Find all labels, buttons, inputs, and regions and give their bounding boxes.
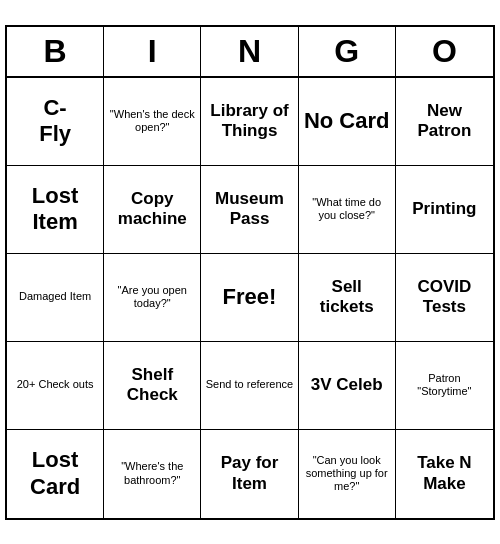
cell-text-8: "What time do you close?" — [303, 196, 391, 222]
bingo-cell-22[interactable]: Pay for Item — [201, 430, 298, 518]
cell-text-24: Take N Make — [400, 453, 489, 494]
cell-text-5: Lost Item — [11, 183, 99, 236]
cell-text-10: Damaged Item — [19, 290, 91, 303]
cell-text-4: New Patron — [400, 101, 489, 142]
bingo-cell-19[interactable]: Patron "Storytime" — [396, 342, 493, 430]
bingo-cell-17[interactable]: Send to reference — [201, 342, 298, 430]
bingo-cell-4[interactable]: New Patron — [396, 78, 493, 166]
header-letter-N: N — [201, 27, 298, 76]
bingo-cell-18[interactable]: 3V Celeb — [299, 342, 396, 430]
bingo-cell-21[interactable]: "Where's the bathroom?" — [104, 430, 201, 518]
bingo-cell-0[interactable]: C-Fly — [7, 78, 104, 166]
bingo-header: BINGO — [7, 27, 493, 78]
bingo-cell-6[interactable]: Copy machine — [104, 166, 201, 254]
cell-text-7: Museum Pass — [205, 189, 293, 230]
bingo-cell-15[interactable]: 20+ Check outs — [7, 342, 104, 430]
bingo-cell-9[interactable]: Printing — [396, 166, 493, 254]
cell-text-23: "Can you look something up for me?" — [303, 454, 391, 494]
bingo-card: BINGO C-Fly"When's the deck open?"Librar… — [5, 25, 495, 520]
cell-text-17: Send to reference — [206, 378, 293, 391]
cell-text-16: Shelf Check — [108, 365, 196, 406]
bingo-cell-3[interactable]: No Card — [299, 78, 396, 166]
cell-text-21: "Where's the bathroom?" — [108, 460, 196, 486]
bingo-cell-10[interactable]: Damaged Item — [7, 254, 104, 342]
header-letter-I: I — [104, 27, 201, 76]
cell-text-3: No Card — [304, 108, 390, 134]
bingo-cell-24[interactable]: Take N Make — [396, 430, 493, 518]
bingo-cell-5[interactable]: Lost Item — [7, 166, 104, 254]
cell-text-18: 3V Celeb — [311, 375, 383, 395]
cell-text-13: Sell tickets — [303, 277, 391, 318]
bingo-cell-1[interactable]: "When's the deck open?" — [104, 78, 201, 166]
cell-text-11: "Are you open today?" — [108, 284, 196, 310]
cell-text-6: Copy machine — [108, 189, 196, 230]
bingo-cell-7[interactable]: Museum Pass — [201, 166, 298, 254]
cell-text-0: C-Fly — [39, 95, 71, 148]
header-letter-G: G — [299, 27, 396, 76]
bingo-cell-8[interactable]: "What time do you close?" — [299, 166, 396, 254]
bingo-grid: C-Fly"When's the deck open?"Library of T… — [7, 78, 493, 518]
cell-text-1: "When's the deck open?" — [108, 108, 196, 134]
header-letter-O: O — [396, 27, 493, 76]
cell-text-14: COVID Tests — [400, 277, 489, 318]
bingo-cell-11[interactable]: "Are you open today?" — [104, 254, 201, 342]
cell-text-20: Lost Card — [11, 447, 99, 500]
bingo-cell-23[interactable]: "Can you look something up for me?" — [299, 430, 396, 518]
cell-text-15: 20+ Check outs — [17, 378, 94, 391]
cell-text-22: Pay for Item — [205, 453, 293, 494]
bingo-cell-14[interactable]: COVID Tests — [396, 254, 493, 342]
header-letter-B: B — [7, 27, 104, 76]
bingo-cell-13[interactable]: Sell tickets — [299, 254, 396, 342]
bingo-cell-12[interactable]: Free! — [201, 254, 298, 342]
bingo-cell-20[interactable]: Lost Card — [7, 430, 104, 518]
cell-text-12: Free! — [223, 284, 277, 310]
cell-text-19: Patron "Storytime" — [400, 372, 489, 398]
bingo-cell-16[interactable]: Shelf Check — [104, 342, 201, 430]
bingo-cell-2[interactable]: Library of Things — [201, 78, 298, 166]
cell-text-9: Printing — [412, 199, 476, 219]
cell-text-2: Library of Things — [205, 101, 293, 142]
